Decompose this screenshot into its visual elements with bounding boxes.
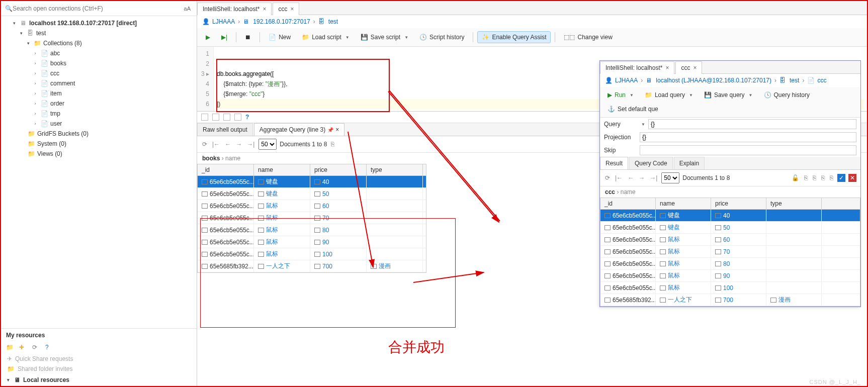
prev-page-icon[interactable]: ← [627,174,635,181]
collection-node[interactable]: ›📄abc [1,48,197,58]
bc-db[interactable]: test [328,18,338,25]
collections-node[interactable]: ▾ 📁 Collections (8) [1,38,197,48]
col-header[interactable]: type [367,164,423,175]
script-history-button[interactable]: 🕓Script history [415,31,469,43]
query-history-button[interactable]: 🕓 Query history [759,89,814,101]
col-header[interactable]: _id [600,198,656,209]
skip-input[interactable] [640,145,856,155]
close-icon[interactable]: × [665,64,669,71]
refresh-icon[interactable] [604,174,611,181]
close-icon[interactable]: × [693,64,697,71]
export-icon[interactable]: ⎘ [330,141,335,148]
table-row[interactable]: 65e6cb5e055c...鼠标70 [198,212,426,224]
query-input[interactable] [648,119,856,129]
bc-coll[interactable]: ccc [817,77,826,84]
last-page-icon[interactable]: →| [246,141,255,148]
first-page-icon[interactable]: |← [614,174,624,181]
page-size-select[interactable]: 50 [258,139,277,150]
panel-grid[interactable]: _idnamepricetype65e6cb5e055c...键盘4065e6c… [600,198,860,307]
save-script-button[interactable]: 💾Save script▼ [356,31,413,43]
new-button[interactable]: 📄New [264,31,295,43]
tool-icon[interactable]: ⎘ [812,174,817,181]
grid-icon[interactable] [201,114,208,121]
case-toggle[interactable]: aA [182,6,193,12]
tab-intellishell[interactable]: IntelliShell: localhost* × [197,3,272,15]
database-node[interactable]: ▾ 🗄 test [1,28,197,38]
grid-icon[interactable] [212,114,219,121]
tab-ccc[interactable]: ccc× [675,61,702,74]
tool-icon[interactable]: ✕ [848,174,856,182]
help-icon[interactable]: ? [45,344,53,352]
add-folder-icon[interactable]: 📁 [6,344,14,352]
tab-raw-output[interactable]: Raw shell output [197,123,253,136]
close-icon[interactable]: × [335,126,339,133]
collection-node[interactable]: ›📄tmp [1,109,197,119]
tool-icon[interactable]: ⎘ [829,174,834,181]
page-size-select[interactable]: 50 [661,172,679,183]
col-header[interactable]: name [656,198,711,209]
table-row[interactable]: 65e6cb5e055c...鼠标60 [600,234,860,246]
table-row[interactable]: 65e6cb5e055c...鼠标100 [198,248,426,260]
collection-node[interactable]: ›📄ccc [1,68,197,78]
bc-user[interactable]: LJHAAA [615,77,638,84]
table-row[interactable]: 65e6cb5e055c...键盘50 [600,222,860,234]
table-row[interactable]: 65e6cb5e055c...鼠标90 [600,270,860,282]
col-header[interactable]: price [310,164,367,175]
table-row[interactable]: 65e6cb5e055c...鼠标60 [198,200,426,212]
collection-node[interactable]: ›📄user [1,119,197,129]
local-resources-row[interactable]: ▾ 🖥 Local resources [1,374,197,386]
table-row[interactable]: 65e6cb5e055c...键盘40 [198,176,426,188]
run-button[interactable]: ▶ [201,31,215,43]
bc-host[interactable]: localhost (LJHAAA@192.168.0.107:27017) [656,77,771,84]
grid-icon[interactable] [234,114,241,121]
tab-aggregate-query[interactable]: Aggregate Query (line 3)📌× [254,123,344,136]
next-page-icon[interactable]: → [235,141,243,148]
system-node[interactable]: 📁 System (0) [1,139,197,149]
tool-icon[interactable]: 🔓 [791,174,800,181]
collection-node[interactable]: ›📄books [1,58,197,68]
table-row[interactable]: 65e6cb5e055c...鼠标80 [198,224,426,236]
stop-button[interactable]: ⏹ [240,31,255,43]
tab-result[interactable]: Result [600,157,628,169]
table-row[interactable]: 65e6cb5e055c...鼠标90 [198,236,426,248]
tab-ccc[interactable]: ccc × [273,3,299,15]
save-query-button[interactable]: 💾 Save query▼ [700,89,757,101]
chevron-down-icon[interactable]: ▼ [641,122,645,127]
grid-icon[interactable] [223,114,230,121]
prev-page-icon[interactable]: ← [224,141,232,148]
run-selection-button[interactable]: ▶| [217,31,232,43]
set-default-button[interactable]: ⚓ Set default que [603,103,663,115]
table-row[interactable]: 65e6cb5e055c...鼠标70 [600,246,860,258]
tab-query-code[interactable]: Query Code [629,157,673,169]
col-header[interactable]: name [254,164,310,175]
first-page-icon[interactable]: |← [211,141,221,148]
search-input[interactable] [13,5,182,12]
bc-user[interactable]: LJHAAA [212,18,235,25]
next-page-icon[interactable]: → [638,174,646,181]
table-row[interactable]: 65e5685fb392...一人之下700漫画 [600,294,860,306]
collection-node[interactable]: ›📄order [1,99,197,109]
pin-icon[interactable]: 📌 [327,127,333,133]
table-row[interactable]: 65e6cb5e055c...鼠标80 [600,258,860,270]
result-grid[interactable]: _idnamepricetype65e6cb5e055c...键盘4065e6c… [197,164,426,273]
query-assist-button[interactable]: ✨Enable Query Assist [477,31,551,43]
tab-intellishell[interactable]: IntelliShell: localhost*× [600,61,674,74]
col-header[interactable]: _id [198,164,254,175]
table-row[interactable]: 65e6cb5e055c...键盘50 [198,188,426,200]
collection-node[interactable]: ›📄item [1,88,197,99]
tool-icon[interactable]: ✓ [837,174,845,182]
help-icon[interactable]: ? [245,114,252,121]
last-page-icon[interactable]: →| [649,174,658,181]
tab-explain[interactable]: Explain [674,157,705,169]
refresh-icon[interactable] [32,344,40,352]
table-row[interactable]: 65e5685fb392...一人之下700漫画 [198,260,426,272]
gridfs-node[interactable]: 📁 GridFS Buckets (0) [1,129,197,139]
views-node[interactable]: 📁 Views (0) [1,149,197,159]
load-script-button[interactable]: 📁Load script▼ [297,31,354,43]
refresh-icon[interactable] [201,141,208,148]
load-query-button[interactable]: 📁 Load query▼ [640,89,698,101]
connection-node[interactable]: ▾ 🖥 localhost 192.168.0.107:27017 [direc… [1,18,197,28]
projection-input[interactable] [640,132,856,142]
col-header[interactable]: price [711,198,766,209]
bc-host[interactable]: 192.168.0.107:27017 [253,18,310,25]
